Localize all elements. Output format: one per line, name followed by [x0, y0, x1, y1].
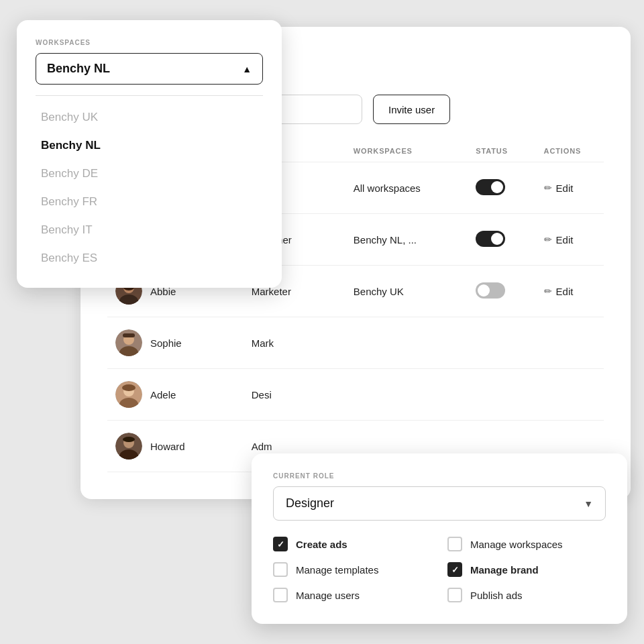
permission-label-manage-workspaces: Manage workspaces: [470, 539, 563, 550]
user-workspaces: [345, 317, 468, 369]
user-workspaces: Benchy UK: [345, 266, 468, 317]
user-role: Desi: [244, 369, 345, 421]
permission-item-publish-ads: Publish ads: [447, 588, 606, 602]
checkbox-manage-templates[interactable]: [273, 562, 288, 577]
user-actions: ✏ Edit: [536, 214, 604, 266]
avatar: [115, 381, 142, 408]
user-actions: ✏ Edit: [536, 162, 604, 214]
user-workspaces: [345, 369, 468, 421]
avatar: [115, 433, 142, 460]
workspace-section-label: WORKSPACES: [36, 39, 263, 46]
user-status: [468, 214, 535, 266]
workspace-options-list: Benchy UK Benchy NL Benchy DE Benchy FR …: [36, 104, 263, 272]
svg-rect-13: [123, 333, 135, 337]
user-workspaces: All workspaces: [345, 162, 468, 214]
edit-button[interactable]: ✏ Edit: [544, 182, 574, 194]
workspace-select[interactable]: Benchy NL ▲: [36, 53, 263, 85]
checkbox-publish-ads[interactable]: [447, 588, 462, 602]
svg-point-17: [122, 384, 136, 391]
user-status: [468, 162, 535, 214]
user-workspaces: Benchy NL, ...: [345, 214, 468, 266]
avatar: [115, 329, 142, 356]
permission-item-manage-brand: Manage brand: [447, 562, 606, 577]
col-header-workspaces: WORKSPACES: [345, 140, 468, 162]
chevron-down-icon: ▼: [584, 498, 593, 509]
toggle-knob: [478, 284, 490, 297]
user-name: Adele: [150, 389, 176, 400]
user-status: [468, 369, 535, 421]
status-toggle[interactable]: [476, 282, 505, 299]
workspace-option-benchy-it[interactable]: Benchy IT: [36, 217, 263, 244]
chevron-up-icon: ▲: [242, 64, 252, 74]
permissions-grid: Create ads Manage workspaces Manage temp…: [273, 537, 606, 602]
pencil-icon: ✏: [544, 286, 552, 297]
workspace-option-benchy-nl[interactable]: Benchy NL: [36, 132, 263, 159]
user-cell: Adele: [107, 369, 244, 421]
user-cell: Howard: [107, 421, 244, 472]
permission-item-manage-workspaces: Manage workspaces: [447, 537, 606, 551]
role-selected-value: Designer: [286, 496, 334, 511]
user-name: Sophie: [150, 337, 182, 349]
edit-button[interactable]: ✏ Edit: [544, 286, 574, 297]
pencil-icon: ✏: [544, 234, 552, 245]
checkbox-manage-users[interactable]: [273, 588, 288, 602]
table-row: Sophie Mark: [107, 317, 604, 369]
workspace-option-benchy-es[interactable]: Benchy ES: [36, 245, 263, 272]
workspace-option-benchy-fr[interactable]: Benchy FR: [36, 189, 263, 215]
toggle-knob: [491, 233, 503, 245]
user-name: Howard: [150, 441, 185, 452]
role-panel: CURRENT ROLE Designer ▼ Create ads Manag…: [252, 453, 627, 624]
permission-label-manage-users: Manage users: [296, 590, 360, 601]
workspace-option-benchy-de[interactable]: Benchy DE: [36, 160, 263, 187]
svg-point-21: [123, 437, 135, 442]
status-toggle[interactable]: [476, 231, 505, 247]
user-status: [468, 266, 535, 317]
table-row: Adele Desi: [107, 369, 604, 421]
permission-item-create-ads: Create ads: [273, 537, 431, 551]
user-role: Mark: [244, 317, 345, 369]
edit-button[interactable]: ✏ Edit: [544, 234, 574, 246]
checkbox-manage-brand[interactable]: [447, 562, 462, 577]
col-header-actions: ACTIONS: [536, 140, 604, 162]
pencil-icon: ✏: [544, 182, 552, 193]
workspace-option-benchy-uk[interactable]: Benchy UK: [36, 104, 263, 131]
status-toggle[interactable]: [476, 179, 505, 195]
toggle-knob: [491, 181, 503, 193]
user-actions: [536, 317, 604, 369]
permission-item-manage-users: Manage users: [273, 588, 431, 602]
divider: [36, 95, 263, 96]
workspace-selected-value: Benchy NL: [47, 62, 110, 76]
permission-label-manage-brand: Manage brand: [470, 564, 539, 576]
role-select[interactable]: Designer ▼: [273, 486, 606, 521]
checkbox-create-ads[interactable]: [273, 537, 288, 551]
invite-user-button[interactable]: Invite user: [373, 95, 450, 124]
user-status: [468, 317, 535, 369]
col-header-status: STATUS: [468, 140, 535, 162]
user-cell: Sophie: [107, 317, 244, 369]
user-actions: [536, 369, 604, 421]
user-actions: ✏ Edit: [536, 266, 604, 317]
role-section-label: CURRENT ROLE: [273, 472, 606, 480]
permission-item-manage-templates: Manage templates: [273, 562, 431, 577]
workspace-panel: WORKSPACES Benchy NL ▲ Benchy UK Benchy …: [17, 20, 282, 288]
permission-label-publish-ads: Publish ads: [470, 590, 523, 601]
permission-label-create-ads: Create ads: [296, 539, 347, 550]
checkbox-manage-workspaces[interactable]: [447, 537, 462, 551]
permission-label-manage-templates: Manage templates: [296, 564, 378, 576]
